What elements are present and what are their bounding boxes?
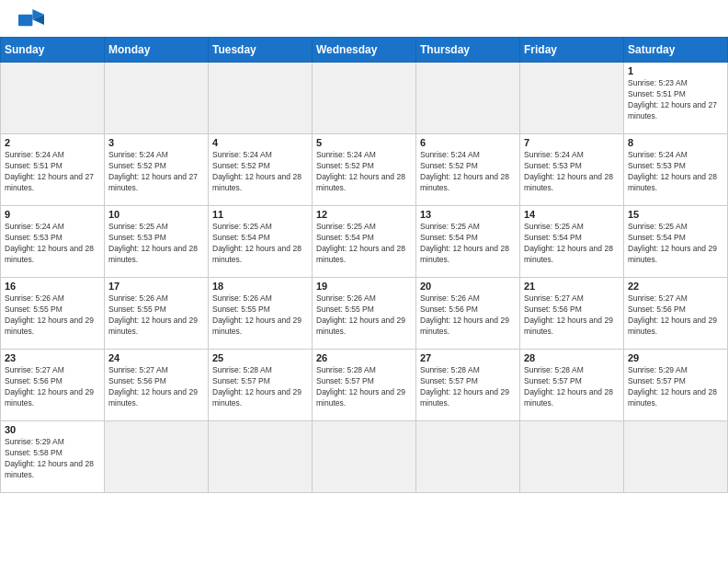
daylight: Daylight: 12 hours and 29 minutes. [524, 316, 613, 336]
sunset: Sunset: 5:54 PM [212, 233, 270, 242]
day-number: 30 [5, 424, 100, 435]
calendar-cell [209, 63, 313, 134]
calendar-cell: 5Sunrise: 5:24 AMSunset: 5:52 PMDaylight… [313, 134, 416, 206]
weekday-thursday: Thursday [416, 38, 520, 63]
day-info: Sunrise: 5:26 AMSunset: 5:55 PMDaylight:… [108, 293, 204, 338]
sunset: Sunset: 5:56 PM [628, 304, 686, 314]
sunset: Sunset: 5:57 PM [316, 376, 374, 385]
day-info: Sunrise: 5:24 AMSunset: 5:52 PMDaylight:… [316, 150, 412, 194]
sunset: Sunset: 5:54 PM [420, 233, 478, 242]
day-number: 17 [108, 281, 204, 292]
calendar-cell: 25Sunrise: 5:28 AMSunset: 5:57 PMDayligh… [209, 350, 313, 421]
day-number: 12 [316, 209, 412, 220]
calendar-cell [313, 421, 416, 493]
generalblue-icon [18, 9, 44, 31]
sunrise: Sunrise: 5:25 AM [316, 222, 376, 231]
sunset: Sunset: 5:54 PM [524, 233, 582, 242]
sunset: Sunset: 5:56 PM [5, 376, 63, 385]
sunrise: Sunrise: 5:26 AM [108, 293, 168, 303]
day-info: Sunrise: 5:24 AMSunset: 5:53 PMDaylight:… [5, 222, 100, 266]
calendar-cell: 11Sunrise: 5:25 AMSunset: 5:54 PMDayligh… [209, 206, 313, 278]
daylight: Daylight: 12 hours and 29 minutes. [108, 316, 198, 336]
day-info: Sunrise: 5:24 AMSunset: 5:51 PMDaylight:… [5, 150, 100, 194]
daylight: Daylight: 12 hours and 29 minutes. [628, 244, 717, 264]
sunrise: Sunrise: 5:26 AM [420, 293, 480, 303]
calendar-cell: 30Sunrise: 5:29 AMSunset: 5:58 PMDayligh… [1, 421, 105, 493]
day-info: Sunrise: 5:29 AMSunset: 5:58 PMDaylight:… [5, 437, 100, 481]
calendar-cell: 12Sunrise: 5:25 AMSunset: 5:54 PMDayligh… [313, 206, 416, 278]
sunrise: Sunrise: 5:24 AM [212, 150, 272, 159]
sunset: Sunset: 5:57 PM [420, 376, 478, 385]
day-number: 9 [5, 209, 100, 220]
calendar-cell: 2Sunrise: 5:24 AMSunset: 5:51 PMDaylight… [1, 134, 105, 206]
sunset: Sunset: 5:54 PM [628, 233, 686, 242]
daylight: Daylight: 12 hours and 28 minutes. [420, 172, 509, 192]
sunset: Sunset: 5:55 PM [5, 304, 63, 314]
sunrise: Sunrise: 5:29 AM [5, 437, 64, 446]
daylight: Daylight: 12 hours and 28 minutes. [5, 244, 94, 264]
calendar-cell [1, 63, 105, 134]
svg-rect-0 [18, 15, 32, 27]
calendar-cell: 29Sunrise: 5:29 AMSunset: 5:57 PMDayligh… [624, 350, 728, 421]
calendar-cell: 8Sunrise: 5:24 AMSunset: 5:53 PMDaylight… [624, 134, 728, 206]
sunset: Sunset: 5:52 PM [420, 161, 478, 170]
sunrise: Sunrise: 5:27 AM [5, 365, 64, 374]
daylight: Daylight: 12 hours and 29 minutes. [420, 316, 509, 336]
weekday-saturday: Saturday [624, 38, 728, 63]
calendar-cell: 16Sunrise: 5:26 AMSunset: 5:55 PMDayligh… [1, 278, 105, 350]
sunrise: Sunrise: 5:28 AM [524, 365, 584, 374]
day-number: 26 [316, 352, 412, 363]
sunset: Sunset: 5:58 PM [5, 448, 63, 457]
sunset: Sunset: 5:56 PM [108, 376, 166, 385]
calendar-cell: 23Sunrise: 5:27 AMSunset: 5:56 PMDayligh… [1, 350, 105, 421]
sunrise: Sunrise: 5:25 AM [108, 222, 168, 231]
day-info: Sunrise: 5:25 AMSunset: 5:54 PMDaylight:… [316, 222, 412, 266]
day-info: Sunrise: 5:27 AMSunset: 5:56 PMDaylight:… [5, 365, 100, 409]
sunset: Sunset: 5:57 PM [628, 376, 686, 385]
calendar-cell: 9Sunrise: 5:24 AMSunset: 5:53 PMDaylight… [1, 206, 105, 278]
day-number: 28 [524, 352, 620, 363]
sunrise: Sunrise: 5:27 AM [108, 365, 168, 374]
daylight: Daylight: 12 hours and 29 minutes. [316, 387, 405, 408]
day-info: Sunrise: 5:24 AMSunset: 5:53 PMDaylight:… [628, 150, 723, 194]
sunset: Sunset: 5:56 PM [420, 304, 478, 314]
daylight: Daylight: 12 hours and 29 minutes. [420, 387, 509, 408]
day-number: 3 [108, 137, 204, 148]
daylight: Daylight: 12 hours and 28 minutes. [628, 387, 717, 408]
calendar-cell [313, 63, 416, 134]
daylight: Daylight: 12 hours and 29 minutes. [212, 387, 301, 408]
sunset: Sunset: 5:53 PM [524, 161, 582, 170]
calendar-cell [209, 421, 313, 493]
day-info: Sunrise: 5:23 AMSunset: 5:51 PMDaylight:… [628, 78, 723, 122]
day-info: Sunrise: 5:25 AMSunset: 5:54 PMDaylight:… [420, 222, 516, 266]
day-info: Sunrise: 5:27 AMSunset: 5:56 PMDaylight:… [628, 293, 723, 338]
day-number: 14 [524, 209, 620, 220]
calendar-cell: 27Sunrise: 5:28 AMSunset: 5:57 PMDayligh… [416, 350, 520, 421]
calendar-row: 2Sunrise: 5:24 AMSunset: 5:51 PMDaylight… [1, 134, 728, 206]
daylight: Daylight: 12 hours and 28 minutes. [5, 459, 94, 479]
calendar-cell: 20Sunrise: 5:26 AMSunset: 5:56 PMDayligh… [416, 278, 520, 350]
weekday-header-row: SundayMondayTuesdayWednesdayThursdayFrid… [1, 38, 728, 63]
day-number: 21 [524, 281, 620, 292]
calendar-row: 30Sunrise: 5:29 AMSunset: 5:58 PMDayligh… [1, 421, 728, 493]
day-number: 20 [420, 281, 516, 292]
sunrise: Sunrise: 5:25 AM [628, 222, 688, 231]
sunset: Sunset: 5:52 PM [212, 161, 270, 170]
day-info: Sunrise: 5:26 AMSunset: 5:55 PMDaylight:… [316, 293, 412, 338]
daylight: Daylight: 12 hours and 28 minutes. [420, 244, 509, 264]
daylight: Daylight: 12 hours and 29 minutes. [212, 316, 301, 336]
sunrise: Sunrise: 5:25 AM [420, 222, 480, 231]
calendar-cell [105, 63, 209, 134]
sunset: Sunset: 5:53 PM [108, 233, 166, 242]
calendar-cell: 24Sunrise: 5:27 AMSunset: 5:56 PMDayligh… [105, 350, 209, 421]
calendar-cell: 1Sunrise: 5:23 AMSunset: 5:51 PMDaylight… [624, 63, 728, 134]
weekday-tuesday: Tuesday [209, 38, 313, 63]
sunset: Sunset: 5:55 PM [108, 304, 166, 314]
sunrise: Sunrise: 5:25 AM [212, 222, 272, 231]
daylight: Daylight: 12 hours and 28 minutes. [316, 244, 405, 264]
weekday-wednesday: Wednesday [313, 38, 416, 63]
sunrise: Sunrise: 5:24 AM [5, 222, 64, 231]
sunrise: Sunrise: 5:24 AM [108, 150, 168, 159]
sunrise: Sunrise: 5:24 AM [316, 150, 376, 159]
daylight: Daylight: 12 hours and 28 minutes. [524, 172, 613, 192]
